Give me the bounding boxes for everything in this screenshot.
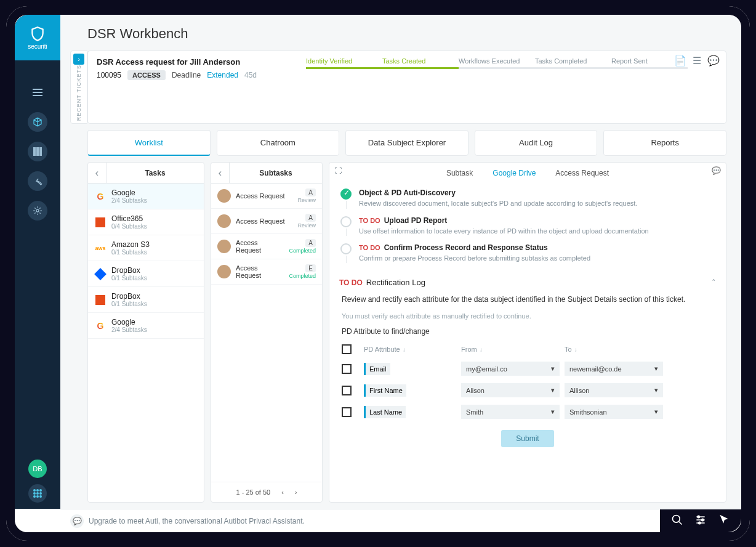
avatar[interactable]: DB <box>28 460 47 478</box>
search-icon[interactable] <box>671 514 683 529</box>
from-select[interactable]: Alison▾ <box>461 383 560 397</box>
todo-badge: TO DO <box>359 244 380 251</box>
chevron-down-icon: ▾ <box>551 386 555 394</box>
subtask-item[interactable]: Access RequestECompleted <box>211 259 322 285</box>
subtasks-back-icon[interactable]: ‹ <box>211 163 230 183</box>
attr-row: Last Name Smith▾ Smithsonian▾ <box>342 401 714 423</box>
deadline-state: Extended <box>207 71 238 79</box>
checkbox[interactable] <box>342 407 352 417</box>
fullscreen-icon[interactable]: ⛶ <box>334 166 342 175</box>
task-item[interactable]: GGoogle2/4 Subtasks <box>88 184 204 209</box>
step-desc: Review discovered document, locate subje… <box>359 199 716 208</box>
subtask-item[interactable]: Access RequestAReview <box>211 209 322 234</box>
pager-text: 1 - 25 of 50 <box>236 488 271 496</box>
task-item[interactable]: DropBox0/1 Subtasks <box>88 261 204 287</box>
nav-gear[interactable] <box>28 201 47 221</box>
svg-rect-1 <box>36 147 39 156</box>
ticket-card: DSR Access request for Jill Anderson 100… <box>87 51 726 124</box>
task-item[interactable]: GGoogle2/4 Subtasks <box>88 313 204 339</box>
chevron-down-icon: ▾ <box>551 408 555 416</box>
tab-chatroom[interactable]: Chatroom <box>217 130 340 156</box>
chevron-down-icon: ▾ <box>654 408 658 416</box>
tab-worklist[interactable]: Worklist <box>87 130 211 156</box>
to-select[interactable]: Smithsonian▾ <box>565 405 663 419</box>
expand-recent-icon[interactable]: › <box>73 54 84 65</box>
dropbox-icon <box>94 268 107 280</box>
rectification-title: Rectification Log <box>366 278 425 287</box>
page-icon[interactable]: 📄 <box>674 55 686 67</box>
brand-label: securiti <box>28 43 47 50</box>
pager-next-icon[interactable]: › <box>295 488 297 496</box>
list-icon[interactable]: ☰ <box>693 55 701 67</box>
sliders-icon[interactable] <box>694 514 707 529</box>
bottom-bar: 💬 Upgrade to meet Auti, the conversation… <box>15 509 741 532</box>
sort-icon: ↓ <box>403 346 406 353</box>
svg-rect-2 <box>39 147 42 156</box>
step-identity-verified: Identity Verified <box>306 57 382 69</box>
svg-point-16 <box>699 522 701 524</box>
step-desc: Use offset information to locate every i… <box>359 227 716 236</box>
task-item[interactable]: awsAmazon S30/1 Subtasks <box>88 235 204 261</box>
svg-point-10 <box>33 495 36 498</box>
col-to[interactable]: To↓ <box>565 346 663 353</box>
chevron-down-icon: ▾ <box>551 365 555 373</box>
crumb-google-drive[interactable]: Google Drive <box>493 169 536 177</box>
checkbox[interactable] <box>342 386 352 395</box>
tab-reports[interactable]: Reports <box>603 130 726 156</box>
comment-icon[interactable]: 💬 <box>707 55 720 67</box>
to-select[interactable]: newemail@co.de▾ <box>565 362 663 376</box>
menu-icon[interactable] <box>28 83 47 102</box>
svg-point-11 <box>36 495 39 498</box>
deadline-days: 45d <box>244 71 257 79</box>
recent-tickets-strip[interactable]: › RECENT TICKETS <box>70 51 87 124</box>
office-icon <box>94 294 107 306</box>
rect-help: Review and rectify each attribute for th… <box>338 292 717 307</box>
col-from[interactable]: From↓ <box>461 346 560 353</box>
attr-row: First Name Alison▾ Ailison▾ <box>342 379 714 401</box>
step-tasks-completed: Tasks Completed <box>535 57 611 69</box>
tab-audit-log[interactable]: Audit Log <box>475 130 598 156</box>
circle-icon <box>340 243 352 254</box>
tasks-title: Tasks <box>107 169 204 177</box>
apps-icon[interactable] <box>28 484 47 503</box>
cursor-icon[interactable] <box>718 514 730 529</box>
chevron-up-icon: ˄ <box>712 278 716 287</box>
comment-icon[interactable]: 💬 <box>712 166 721 175</box>
tasks-back-icon[interactable]: ‹ <box>88 163 107 183</box>
tab-data-subject-explorer[interactable]: Data Subject Explorer <box>345 130 468 156</box>
brand-logo[interactable]: securiti <box>15 15 60 60</box>
from-select[interactable]: Smith▾ <box>461 405 560 419</box>
ticket-id: 100095 <box>97 71 121 79</box>
attr-label: First Name <box>364 384 406 397</box>
sort-icon: ↓ <box>574 346 577 353</box>
from-select[interactable]: my@email.co▾ <box>461 362 560 376</box>
bot-icon: 💬 <box>70 514 84 528</box>
submit-button[interactable]: Submit <box>501 430 553 447</box>
rectification-header[interactable]: TO DO Rectification Log ˄ <box>338 272 717 292</box>
ticket-title: DSR Access request for Jill Anderson <box>97 57 257 67</box>
sort-icon: ↓ <box>480 346 483 353</box>
svg-point-4 <box>33 489 36 492</box>
svg-point-12 <box>39 495 42 498</box>
checkbox[interactable] <box>342 364 352 374</box>
subtask-item[interactable]: Access RequestACompleted <box>211 234 322 259</box>
svg-point-8 <box>36 492 39 495</box>
nav-columns[interactable] <box>28 142 47 161</box>
pager-prev-icon[interactable]: ‹ <box>281 488 284 496</box>
step-title: Object & PD Auti-Discovery <box>359 188 716 197</box>
svg-point-14 <box>698 516 699 517</box>
subtasks-title: Subtasks <box>230 169 322 177</box>
user-avatar-icon <box>217 189 231 203</box>
aws-icon: aws <box>94 242 107 254</box>
subtasks-panel: ‹ Subtasks Access RequestAReview Access … <box>211 162 323 503</box>
nav-wrench[interactable] <box>28 171 47 191</box>
step-desc: Confirm or prepare Process Record before… <box>359 254 716 263</box>
shield-icon <box>30 26 46 42</box>
task-item[interactable]: DropBox0/1 Subtasks <box>88 287 204 313</box>
subtask-item[interactable]: Access RequestAReview <box>211 184 322 209</box>
nav-cube[interactable] <box>28 112 47 132</box>
to-select[interactable]: Ailison▾ <box>565 383 663 397</box>
task-item[interactable]: Office3650/4 Subtasks <box>88 209 204 235</box>
checkbox-all[interactable] <box>342 344 352 354</box>
col-attr[interactable]: PD Attribute↓ <box>364 346 456 353</box>
